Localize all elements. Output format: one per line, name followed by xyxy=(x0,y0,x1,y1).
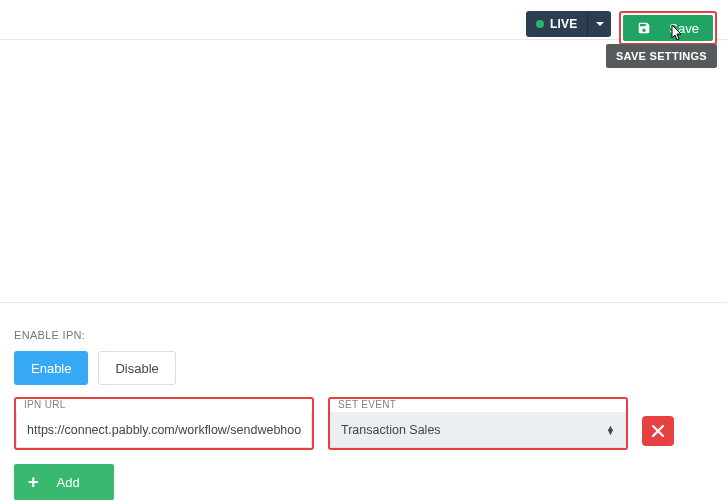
enable-ipn-label: ENABLE IPN: xyxy=(14,329,713,341)
mode-label: LIVE xyxy=(550,17,577,31)
ipn-row: IPN URL SET EVENT Transaction Sales ▲▼ xyxy=(14,397,713,450)
enable-button[interactable]: Enable xyxy=(14,351,88,385)
save-button-label: Save xyxy=(669,21,699,36)
disable-button[interactable]: Disable xyxy=(98,351,175,385)
save-tooltip: SAVE SETTINGS xyxy=(606,44,717,68)
save-button-highlight: Save xyxy=(619,11,717,45)
mode-dropdown-button[interactable] xyxy=(587,11,611,37)
plus-icon: + xyxy=(28,473,39,491)
delete-row-button[interactable] xyxy=(642,416,674,446)
mode-live-pill[interactable]: LIVE xyxy=(526,11,587,37)
ipn-event-select[interactable]: Transaction Sales ▲▼ xyxy=(330,412,626,448)
save-button[interactable]: Save xyxy=(623,15,713,41)
chevron-down-icon xyxy=(595,19,605,29)
top-toolbar: LIVE Save SAVE SETTINGS xyxy=(0,0,727,40)
add-button[interactable]: + Add xyxy=(14,464,114,500)
status-dot-icon xyxy=(536,20,544,28)
close-icon xyxy=(652,425,664,437)
disable-button-label: Disable xyxy=(115,361,158,376)
save-tooltip-text: SAVE SETTINGS xyxy=(616,50,707,62)
ipn-url-input[interactable] xyxy=(16,412,312,448)
ipn-event-label: SET EVENT xyxy=(338,399,396,410)
ipn-event-field-highlight: SET EVENT Transaction Sales ▲▼ xyxy=(328,397,628,450)
ipn-url-label: IPN URL xyxy=(24,399,66,410)
save-icon xyxy=(637,21,651,35)
add-button-label: Add xyxy=(57,475,80,490)
enable-toggle-row: Enable Disable xyxy=(14,351,713,385)
enable-button-label: Enable xyxy=(31,361,71,376)
content-empty-area xyxy=(0,40,727,303)
mode-selector: LIVE xyxy=(526,11,611,37)
ipn-form: ENABLE IPN: Enable Disable IPN URL SET E… xyxy=(0,303,727,500)
sort-icon: ▲▼ xyxy=(606,426,615,434)
ipn-event-value: Transaction Sales xyxy=(341,423,441,437)
ipn-url-field-highlight: IPN URL xyxy=(14,397,314,450)
